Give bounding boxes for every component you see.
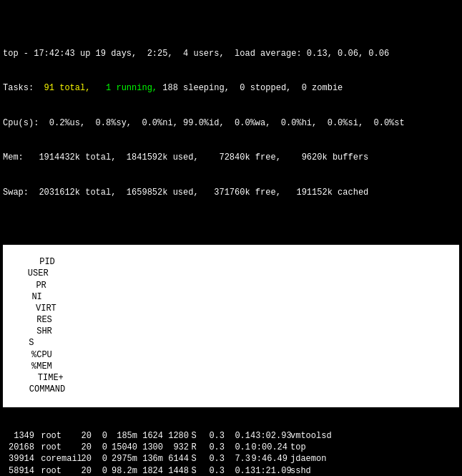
proc-virt: 185m bbox=[107, 430, 137, 442]
proc-cmd: jdaemon bbox=[287, 453, 326, 465]
header-line3: Cpu(s): 0.2%us, 0.8%sy, 0.0%ni, 99.0%id,… bbox=[3, 117, 459, 129]
proc-s: S bbox=[189, 453, 199, 465]
header-line4: Mem: 1914432k total, 1841592k used, 7284… bbox=[3, 152, 459, 163]
proc-shr: 1448 bbox=[163, 465, 189, 477]
proc-virt: 98.2m bbox=[107, 465, 137, 477]
proc-ni: 0 bbox=[92, 453, 107, 465]
table-header-row: PID USER PR NI VIRT RES SHR S %CPU %MEM … bbox=[3, 245, 459, 407]
proc-mem: 0.1 bbox=[225, 465, 250, 477]
col-header-time: TIME+ bbox=[26, 372, 64, 384]
proc-ni: 0 bbox=[92, 430, 107, 442]
proc-res: 1624 bbox=[137, 430, 163, 442]
proc-cpu: 0.3 bbox=[199, 465, 225, 477]
header-line1: top - 17:42:43 up 19 days, 2:25, 4 users… bbox=[3, 48, 459, 59]
proc-time: 43:02.93 bbox=[250, 430, 287, 442]
proc-mem: 7.3 bbox=[225, 453, 250, 465]
proc-virt: 15040 bbox=[107, 442, 137, 453]
proc-shr: 1280 bbox=[163, 430, 189, 442]
proc-pr: 20 bbox=[72, 453, 92, 465]
proc-virt: 2975m bbox=[107, 453, 137, 465]
col-header-command: COMMAND bbox=[26, 384, 65, 395]
proc-res: 136m bbox=[137, 453, 163, 465]
tasks-stopped: 0 stopped, bbox=[240, 83, 291, 93]
proc-mem: 0.1 bbox=[225, 442, 250, 453]
col-header-pid: PID bbox=[26, 256, 55, 268]
proc-time: 31:21.09 bbox=[250, 465, 287, 477]
table-row[interactable]: 1349 root200185m16241280S0.30.143:02.93v… bbox=[3, 430, 459, 442]
proc-s: R bbox=[189, 442, 199, 453]
col-header-mem: %MEM bbox=[26, 361, 52, 372]
proc-shr: 6144 bbox=[163, 453, 189, 465]
proc-user: coremail bbox=[34, 453, 72, 465]
proc-pid: 20168 bbox=[6, 442, 34, 453]
col-header-res: RES bbox=[26, 314, 52, 326]
proc-ni: 0 bbox=[92, 442, 107, 453]
col-header-ni: NI bbox=[26, 291, 42, 303]
proc-mem: 0.1 bbox=[225, 430, 250, 442]
col-header-user: USER bbox=[26, 268, 64, 279]
col-header-virt: VIRT bbox=[26, 303, 56, 314]
proc-cpu: 0.3 bbox=[199, 442, 225, 453]
header: top - 17:42:43 up 19 days, 2:25, 4 users… bbox=[3, 24, 459, 221]
proc-res: 1300 bbox=[137, 442, 163, 453]
proc-s: S bbox=[189, 465, 199, 477]
header-line2: Tasks: 91 total, 1 running, 188 sleeping… bbox=[3, 82, 459, 94]
col-header-s: S bbox=[26, 337, 36, 349]
header-line5: Swap: 2031612k total, 1659852k used, 371… bbox=[3, 187, 459, 198]
proc-pid: 39914 bbox=[6, 453, 34, 465]
tasks-sleeping: 188 sleeping, bbox=[162, 83, 230, 93]
proc-pid: 58914 bbox=[6, 465, 34, 477]
tasks-zombie: 0 zombie bbox=[302, 83, 343, 93]
proc-shr: 932 bbox=[163, 442, 189, 453]
proc-pr: 20 bbox=[72, 442, 92, 453]
proc-cmd: sshd bbox=[287, 465, 311, 477]
table-row[interactable]: 58914 root20098.2m18241448S0.30.131:21.0… bbox=[3, 465, 459, 477]
proc-cmd: top bbox=[287, 442, 306, 453]
tasks-total: 91 total, bbox=[44, 83, 91, 93]
proc-res: 1824 bbox=[137, 465, 163, 477]
col-header-cpu: %CPU bbox=[26, 349, 52, 361]
proc-ni: 0 bbox=[92, 465, 107, 477]
proc-user: root bbox=[34, 442, 72, 453]
proc-cpu: 0.3 bbox=[199, 453, 225, 465]
proc-pid: 1349 bbox=[6, 430, 34, 442]
table-row[interactable]: 39914 coremail2002975m136m6144S0.37.39:4… bbox=[3, 453, 459, 465]
proc-user: root bbox=[34, 430, 72, 442]
proc-time: 9:46.49 bbox=[250, 453, 287, 465]
terminal: top - 17:42:43 up 19 days, 2:25, 4 users… bbox=[0, 0, 462, 476]
proc-time: 0:00.24 bbox=[250, 442, 287, 453]
col-header-pr: PR bbox=[26, 280, 46, 291]
proc-cpu: 0.3 bbox=[199, 430, 225, 442]
proc-pr: 20 bbox=[72, 465, 92, 477]
process-table: 1349 root200185m16241280S0.30.143:02.93v… bbox=[3, 430, 459, 476]
proc-pr: 20 bbox=[72, 430, 92, 442]
proc-user: root bbox=[34, 465, 72, 477]
table-row[interactable]: 20168 root200150401300932R0.30.10:00.24t… bbox=[3, 442, 459, 453]
proc-cmd: vmtoolsd bbox=[287, 430, 332, 442]
proc-s: S bbox=[189, 430, 199, 442]
tasks-running: 1 running, bbox=[106, 83, 157, 93]
col-header-shr: SHR bbox=[26, 326, 52, 337]
